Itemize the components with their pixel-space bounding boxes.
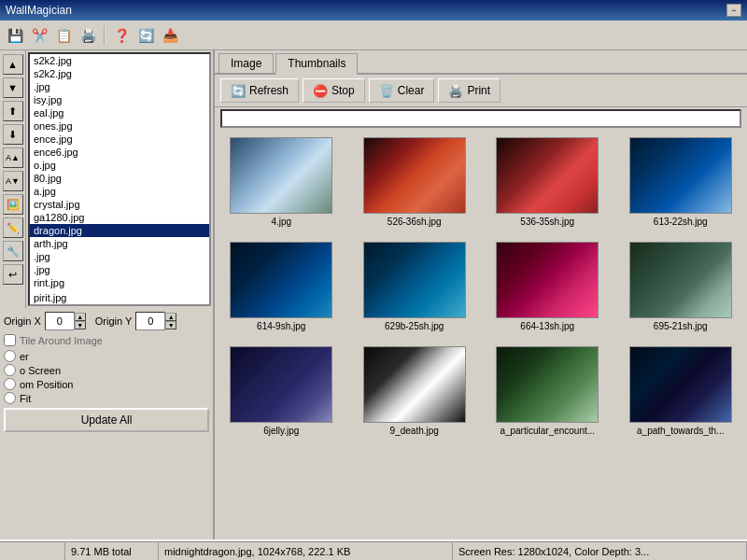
refresh-button[interactable]: 🔄 Refresh	[220, 78, 299, 103]
origin-x-down[interactable]: ▼	[75, 321, 86, 329]
thumbnail-image	[629, 346, 732, 423]
image-toolbar: 🔄 Refresh ⛔ Stop 🗑️ Clear 🖨️ Print	[215, 75, 747, 107]
side-btn-back[interactable]: ↩	[3, 264, 23, 285]
print-button[interactable]: 🖨️ Print	[438, 78, 500, 103]
thumbnail-label: a_particular_encount...	[500, 426, 595, 436]
radio-item-screen: o Screen	[4, 364, 209, 376]
side-btn-move-up[interactable]: ⬆	[3, 101, 23, 121]
side-btn-move-down[interactable]: ⬇	[3, 124, 23, 145]
toolbar-save-btn[interactable]: 💾	[4, 24, 26, 47]
file-item[interactable]: .jpg	[30, 80, 209, 93]
thumbnail-label: 613-22sh.jpg	[654, 217, 708, 227]
file-item[interactable]: s2k2.jpg	[30, 54, 209, 67]
titlebar-controls: −	[726, 4, 741, 17]
clear-button[interactable]: 🗑️ Clear	[369, 78, 435, 103]
origin-y-up[interactable]: ▲	[165, 313, 176, 321]
file-item[interactable]: o.jpg	[30, 159, 209, 172]
thumbnail-image	[230, 242, 332, 318]
status-pane-1	[0, 541, 65, 560]
origin-y-input[interactable]	[135, 312, 165, 330]
radio-position[interactable]	[4, 378, 16, 390]
toolbar-refresh-btn[interactable]: 🔄	[134, 24, 157, 47]
origin-y-spin: ▲ ▼	[165, 313, 176, 329]
file-item[interactable]: ence6.jpg	[30, 146, 209, 159]
origin-x-label: Origin X	[4, 315, 41, 327]
thumbnail-item[interactable]: 629b-25sh.jpg	[352, 238, 478, 335]
tab-image[interactable]: Image	[218, 53, 274, 73]
minimize-button[interactable]: −	[726, 4, 741, 17]
thumbnails-grid: 4.jpg526-36sh.jpg536-35sh.jpg613-22sh.jp…	[218, 133, 743, 440]
side-btn-settings[interactable]: 🔧	[3, 241, 23, 261]
radio-fit[interactable]	[4, 392, 16, 404]
thumbnail-item[interactable]: 614-9sh.jpg	[218, 238, 345, 335]
file-item[interactable]: ones.jpg	[30, 119, 209, 133]
thumbnail-label: 614-9sh.jpg	[257, 321, 305, 331]
thumbnail-image	[230, 137, 332, 214]
thumbnail-label: 9_death.jpg	[390, 426, 439, 436]
radio-er[interactable]	[4, 350, 16, 362]
toolbar-cut-btn[interactable]: ✂️	[28, 24, 50, 47]
file-item[interactable]: dragon.jpg	[30, 224, 209, 237]
tile-around-image-row: Tile Around Image	[4, 334, 209, 346]
thumbnail-item[interactable]: 6jelly.jpg	[218, 343, 345, 440]
radio-screen-label: o Screen	[20, 365, 61, 376]
refresh-label: Refresh	[249, 84, 289, 97]
thumbnail-image	[496, 346, 599, 423]
side-btn-down[interactable]: ▼	[3, 77, 23, 98]
thumbnail-item[interactable]: 9_death.jpg	[352, 343, 478, 440]
file-item[interactable]: .jpg	[30, 263, 209, 276]
thumbnail-item[interactable]: 526-36sh.jpg	[352, 133, 478, 231]
thumbnail-label: 4.jpg	[271, 217, 291, 227]
side-btn-up[interactable]: ▲	[3, 54, 23, 75]
side-btn-edit[interactable]: ✏️	[3, 217, 23, 238]
tab-thumbnails[interactable]: Thumbnails	[275, 53, 358, 75]
thumbnail-item[interactable]: 4.jpg	[218, 133, 345, 231]
search-input[interactable]	[220, 109, 741, 128]
thumbnail-item[interactable]: 536-35sh.jpg	[485, 133, 611, 231]
thumbnails-container[interactable]: 4.jpg526-36sh.jpg536-35sh.jpg613-22sh.jp…	[215, 130, 747, 539]
tabs: Image Thumbnails	[215, 50, 747, 75]
thumbnail-image	[363, 242, 466, 318]
toolbar-copy-btn[interactable]: 📋	[52, 24, 75, 47]
stop-button[interactable]: ⛔ Stop	[303, 78, 365, 103]
file-item[interactable]: ga1280.jpg	[30, 211, 209, 224]
radio-screen[interactable]	[4, 364, 16, 376]
toolbar-import-btn[interactable]: 📥	[159, 24, 181, 47]
thumbnail-item[interactable]: 664-13sh.jpg	[485, 238, 611, 335]
radio-item-fit: Fit	[4, 392, 209, 404]
origin-y-group: Origin Y ▲ ▼	[95, 312, 177, 330]
thumbnail-item[interactable]: 695-21sh.jpg	[618, 238, 744, 335]
stop-label: Stop	[331, 84, 355, 97]
side-btn-image[interactable]: 🖼️	[3, 194, 23, 215]
radio-item-er: er	[4, 350, 209, 362]
file-item[interactable]: a.jpg	[30, 185, 209, 198]
thumbnail-image	[629, 242, 732, 318]
origin-x-group: Origin X ▲ ▼	[4, 312, 86, 330]
file-item[interactable]: arth.jpg	[30, 237, 209, 250]
origin-x-up[interactable]: ▲	[75, 313, 86, 321]
file-item[interactable]: ence.jpg	[30, 133, 209, 146]
origin-y-down[interactable]: ▼	[165, 321, 176, 329]
file-item[interactable]: pirit.jpg	[30, 291, 209, 304]
toolbar-print-btn[interactable]: 🖨️	[77, 24, 99, 47]
file-item[interactable]: 80.jpg	[30, 172, 209, 185]
side-btn-sort-za[interactable]: A▼	[3, 171, 23, 191]
file-item[interactable]: s2k2.jpg	[30, 67, 209, 80]
thumbnail-item[interactable]: 613-22sh.jpg	[618, 133, 744, 231]
file-list[interactable]: s2k2.jpgs2k2.jpg.jpgisy.jpgeal.jpgones.j…	[28, 52, 211, 306]
left-panel: ▲ ▼ ⬆ ⬇ A▲ A▼ 🖼️ ✏️ 🔧 ↩ s2k2.jpgs2k2.jpg…	[0, 50, 215, 539]
thumbnail-item[interactable]: a_particular_encount...	[485, 343, 611, 440]
file-item[interactable]: eal.jpg	[30, 106, 209, 119]
file-item[interactable]: .jpg	[30, 250, 209, 263]
update-all-button[interactable]: Update All	[4, 408, 209, 432]
file-item[interactable]: isy.jpg	[30, 93, 209, 106]
tile-around-image-checkbox[interactable]	[4, 334, 16, 346]
thumbnail-label: 695-21sh.jpg	[654, 321, 708, 331]
thumbnail-item[interactable]: a_path_towards_th...	[618, 343, 744, 440]
file-item[interactable]: rint.jpg	[30, 276, 209, 289]
thumbnail-label: a_path_towards_th...	[637, 426, 724, 436]
origin-x-input[interactable]	[45, 312, 75, 330]
side-btn-sort-az[interactable]: A▲	[3, 147, 23, 168]
file-item[interactable]: crystal.jpg	[30, 198, 209, 211]
toolbar-help-btn[interactable]: ❓	[110, 24, 133, 47]
